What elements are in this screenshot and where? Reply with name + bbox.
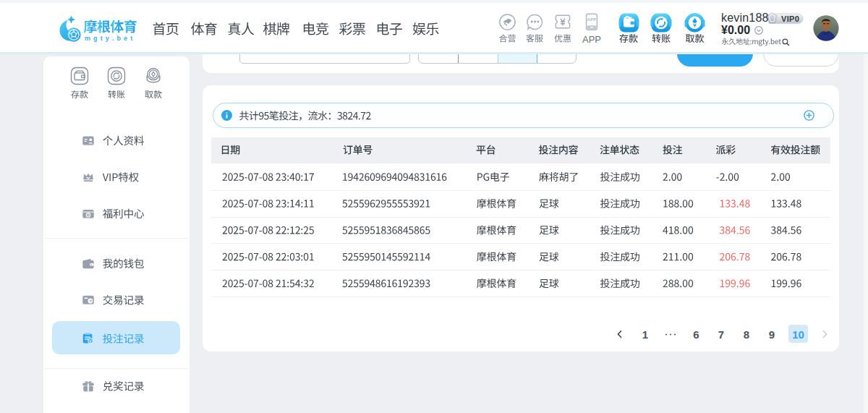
svg-text:APP: APP: [587, 17, 596, 22]
